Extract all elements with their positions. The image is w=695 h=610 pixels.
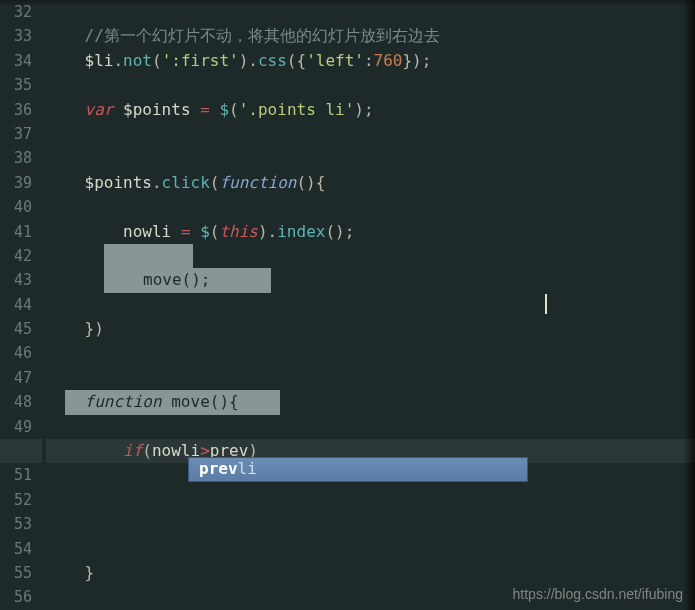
selection-highlight <box>104 244 194 268</box>
line-number: 52 <box>0 488 32 512</box>
selection-highlight: move(); <box>104 268 271 292</box>
code-editor[interactable]: 32 33 34 35 36 37 38 39 40 41 42 43 44 4… <box>0 0 695 610</box>
line-number: 33 <box>0 24 32 48</box>
code-line[interactable]: nowli = $(this).index(); <box>46 220 695 244</box>
code-line[interactable] <box>46 537 695 561</box>
code-line[interactable]: $li.not(':first').css({'left':760}); <box>46 49 695 73</box>
text-cursor <box>545 294 547 314</box>
code-line[interactable] <box>46 341 695 365</box>
code-line[interactable] <box>46 195 695 219</box>
line-number: 38 <box>0 146 32 170</box>
code-line[interactable]: $points.click(function(){ <box>46 171 695 195</box>
code-line[interactable] <box>46 146 695 170</box>
line-number: 56 <box>0 585 32 609</box>
comment-text: //第一个幻灯片不动，将其他的幻灯片放到右边去 <box>85 26 440 45</box>
code-line[interactable] <box>46 293 695 317</box>
autocomplete-suggestion-rest: li <box>238 459 257 478</box>
line-number: 36 <box>0 98 32 122</box>
line-number: 42 <box>0 244 32 268</box>
watermark-text: https://blog.csdn.net/ifubing <box>513 586 683 602</box>
line-number: 37 <box>0 122 32 146</box>
selection-highlight: function move(){ <box>65 390 279 414</box>
code-line[interactable] <box>46 244 695 268</box>
line-number: 41 <box>0 220 32 244</box>
line-number-gutter: 32 33 34 35 36 37 38 39 40 41 42 43 44 4… <box>0 0 42 610</box>
line-number: 32 <box>0 0 32 24</box>
line-number: 53 <box>0 512 32 536</box>
code-line[interactable] <box>46 512 695 536</box>
line-number: 51 <box>0 463 32 487</box>
line-number: 35 <box>0 73 32 97</box>
line-number: 44 <box>0 293 32 317</box>
code-line[interactable]: move(); <box>46 268 695 292</box>
line-number: 48 <box>0 390 32 414</box>
line-number: 43 <box>0 268 32 292</box>
line-number: 54 <box>0 537 32 561</box>
line-number: 45 <box>0 317 32 341</box>
line-number: 34 <box>0 49 32 73</box>
code-line[interactable]: }) <box>46 317 695 341</box>
code-line[interactable] <box>46 0 695 24</box>
code-line[interactable]: //第一个幻灯片不动，将其他的幻灯片放到右边去 <box>46 24 695 48</box>
line-number: 46 <box>0 341 32 365</box>
code-line[interactable] <box>46 122 695 146</box>
code-line[interactable]: function move(){ <box>46 390 695 414</box>
code-area[interactable]: //第一个幻灯片不动，将其他的幻灯片放到右边去 $li.not(':first'… <box>42 0 695 610</box>
autocomplete-match: prev <box>199 459 238 478</box>
code-line[interactable] <box>46 488 695 512</box>
code-line[interactable] <box>46 366 695 390</box>
code-line[interactable]: } <box>46 561 695 585</box>
line-number: 47 <box>0 366 32 390</box>
line-number: 49 <box>0 415 32 439</box>
line-number: 40 <box>0 195 32 219</box>
code-line[interactable] <box>46 73 695 97</box>
code-line[interactable]: var $points = $('.points li'); <box>46 98 695 122</box>
code-line[interactable] <box>46 415 695 439</box>
line-number: 39 <box>0 171 32 195</box>
autocomplete-popup[interactable]: prevli <box>188 457 528 482</box>
line-number: 55 <box>0 561 32 585</box>
